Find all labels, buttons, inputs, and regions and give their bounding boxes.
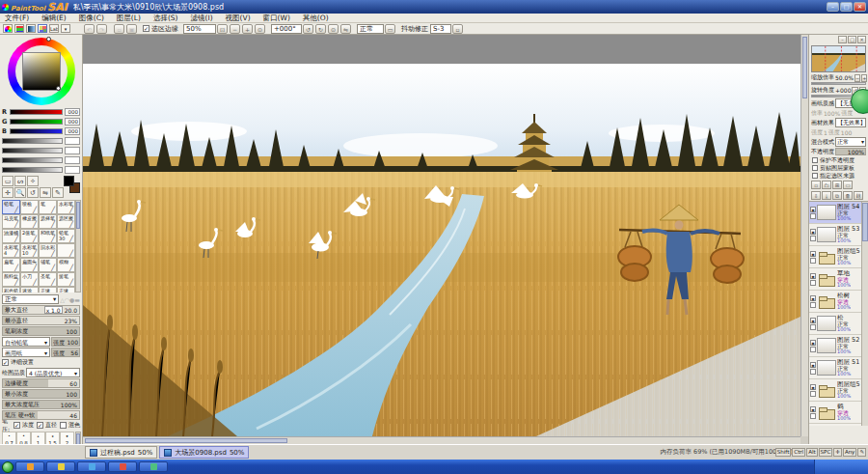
eye-icon[interactable]: ◉ <box>810 340 816 346</box>
menu-item-6[interactable]: 视图(V) <box>226 14 251 23</box>
layer-visibility[interactable]: ◉ <box>810 207 816 219</box>
saturation-value-picker[interactable] <box>22 52 61 91</box>
strength-bar[interactable]: 强度100 <box>51 337 80 347</box>
menu-item-5[interactable]: 滤镜(I) <box>191 14 213 23</box>
panel-minimize-button[interactable]: – <box>838 36 847 43</box>
stabilizer-value-box[interactable]: S-3 <box>430 24 451 34</box>
blend-mode-select[interactable]: 正常▾ <box>835 137 866 147</box>
layer-row-7[interactable]: ◉图层 51正常100% <box>809 357 861 379</box>
mode-extra-button[interactable]: ▭ <box>385 24 395 34</box>
layer-visibility[interactable]: ◉ <box>810 362 816 375</box>
brush-setting-2[interactable]: 笔刷浓度100 <box>2 326 80 336</box>
pressure-checkbox[interactable]: ✓ <box>14 422 20 429</box>
brush-4[interactable]: 马克笔 <box>2 214 20 229</box>
strength-bar[interactable]: 强度56 <box>51 348 80 357</box>
invert-selection-button[interactable]: ▣ <box>126 24 137 34</box>
color-swatches[interactable] <box>64 176 80 193</box>
paint-effect-icon[interactable] <box>810 258 816 264</box>
document-tab-1[interactable]: 大场景0908.psd50% <box>159 446 249 459</box>
pressure-checkbox[interactable]: ✓ <box>37 422 43 429</box>
brush-6[interactable]: 选择笔 <box>39 214 57 229</box>
layer-row-0[interactable]: ◉图层 54正常100% <box>809 202 861 224</box>
layer-visibility[interactable]: ◉ <box>810 251 816 264</box>
size-2[interactable]: •2 <box>60 432 74 444</box>
layer-visibility[interactable]: ◉ <box>810 229 816 241</box>
taskbar-app-2[interactable] <box>77 461 106 472</box>
slider-track[interactable] <box>2 138 63 144</box>
mixer-tab[interactable] <box>26 24 36 33</box>
minimize-button[interactable]: – <box>827 2 839 12</box>
title-bar[interactable]: PaintTool SAI 私\季讯\事常大米\0910欣\大场景0908.ps… <box>0 0 868 14</box>
clear-icon[interactable]: ▭ <box>843 181 853 189</box>
panel-close-button[interactable]: ✕ <box>857 36 866 43</box>
layer-row-2[interactable]: ◉图层组5 拷贝正常100% <box>809 246 861 268</box>
brush-select-box[interactable]: 自动铅笔▾ <box>2 337 50 347</box>
menu-item-8[interactable]: 其他(O) <box>303 14 329 23</box>
setting-unit-box[interactable]: x 1.0 <box>44 306 63 314</box>
new-mask-icon[interactable]: ⊞ <box>832 181 842 189</box>
paint-effect-icon[interactable] <box>810 324 816 330</box>
selection-edge-checkbox[interactable]: ✓ <box>143 25 149 32</box>
brush-21[interactable]: 小刀 <box>20 272 39 287</box>
close-button[interactable]: ✕ <box>854 2 866 12</box>
color-wheel[interactable] <box>8 38 75 105</box>
layer-visibility[interactable]: ◉ <box>810 318 816 330</box>
paint-effect-icon[interactable] <box>810 302 816 308</box>
brush-shape-icons[interactable]: △◠●▬ <box>60 296 80 303</box>
panel-restore-button[interactable]: □ <box>848 36 856 43</box>
eye-icon[interactable]: ◉ <box>810 251 816 257</box>
paint-effect-icon[interactable] <box>810 413 816 419</box>
eye-icon[interactable]: ◉ <box>810 207 816 212</box>
angle-value-box[interactable]: +000° <box>271 24 302 34</box>
brush-2[interactable]: 笔 <box>39 200 57 214</box>
eye-icon[interactable]: ◉ <box>810 295 816 301</box>
delete-icon[interactable]: 🗑 <box>843 191 853 200</box>
quality-select[interactable]: 4 (品质优先)▾ <box>26 368 80 377</box>
detail-setting-1[interactable]: 最小浓度100 <box>2 389 80 399</box>
maximize-button[interactable]: □ <box>840 2 853 12</box>
paint-effect-icon[interactable] <box>810 213 816 219</box>
layer-visibility[interactable]: ◉ <box>810 384 816 397</box>
rotate-cw-button[interactable]: ↻ <box>315 24 326 34</box>
rgb-slider-tab[interactable] <box>14 24 24 33</box>
taskbar-app-3[interactable] <box>108 461 137 472</box>
detail-setting-2[interactable]: 最大浓度笔压100% <box>2 400 80 409</box>
brush-23[interactable]: 留笔 <box>57 272 75 287</box>
system-tray[interactable] <box>814 460 868 474</box>
brush-26[interactable]: 正缘 <box>39 287 57 293</box>
brush-14[interactable]: 旧水彩 <box>39 243 57 258</box>
hue-marker[interactable] <box>46 37 51 42</box>
slider-track[interactable] <box>10 128 63 134</box>
layer-option-checkbox[interactable] <box>812 173 818 179</box>
layer-row-5[interactable]: ◉松正常100% <box>809 313 861 335</box>
canvas-horizontal-scrollbar[interactable] <box>83 436 800 444</box>
brush-11[interactable]: 铅笔30 <box>57 229 75 243</box>
pressure-check-浓度[interactable]: ✓浓度 <box>14 421 34 430</box>
size-grid-scrollbar[interactable] <box>75 432 81 444</box>
taskbar-app-4[interactable] <box>139 461 168 472</box>
move-icon[interactable]: ✛ <box>2 187 14 198</box>
detail-settings-toggle[interactable]: ✓ 详细设置 <box>2 358 80 367</box>
brush-15[interactable] <box>57 243 75 258</box>
paint-effect-icon[interactable] <box>810 236 816 241</box>
rotate-icon[interactable]: ↺ <box>27 187 39 198</box>
brush-24[interactable]: 彩色铅 <box>2 287 20 293</box>
color-wheel-tab[interactable] <box>3 24 13 33</box>
layer-row-10[interactable]: ◉人正常100% <box>809 424 861 426</box>
redo-button[interactable]: ↷ <box>96 24 107 34</box>
slider-track[interactable] <box>10 119 63 125</box>
flip-horizontal-button[interactable]: ⇋ <box>340 24 351 34</box>
duplicate-icon[interactable]: ⧉ <box>832 191 842 200</box>
menu-item-1[interactable]: 编辑(E) <box>41 14 67 23</box>
menu-item-7[interactable]: 窗口(W) <box>263 14 290 23</box>
slider-track[interactable] <box>2 167 63 173</box>
painting-canvas[interactable] <box>83 64 800 436</box>
detail-setting-3[interactable]: 笔压 硬⇔软46 <box>2 410 80 420</box>
brush-8[interactable]: 油漆桶 <box>2 229 20 243</box>
brush-22[interactable]: 圣笔 <box>39 272 57 287</box>
layer-visibility[interactable]: ◉ <box>810 295 816 308</box>
effect-select[interactable]: 【无效果】▾ <box>835 118 866 127</box>
layer-visibility[interactable]: ◉ <box>810 340 816 352</box>
document-tab-0[interactable]: 过程稿.psd50% <box>85 446 157 459</box>
zoom-in-button[interactable]: + <box>242 24 253 34</box>
